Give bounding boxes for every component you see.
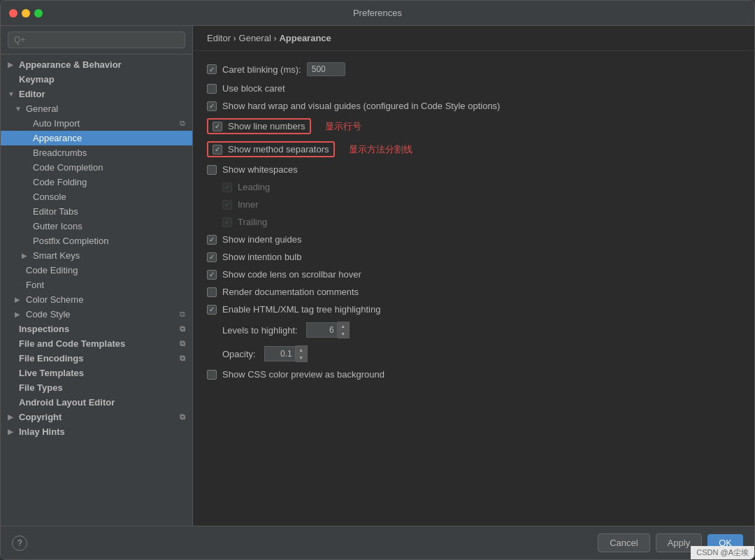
sidebar-item-editor-tabs[interactable]: Editor Tabs <box>1 204 192 219</box>
copy-icon: ⧉ <box>180 354 185 363</box>
sidebar-item-general[interactable]: ▼ General <box>1 101 192 116</box>
sidebar-item-color-scheme[interactable]: ▶ Color Scheme <box>1 292 192 307</box>
close-button[interactable] <box>9 9 17 17</box>
show-css-color-label[interactable]: Show CSS color preview as background <box>207 369 384 380</box>
levels-down-button[interactable]: ▼ <box>338 330 349 338</box>
sidebar-label: Keymap <box>19 74 55 85</box>
leading-label[interactable]: Leading <box>222 182 270 192</box>
opacity-down-button[interactable]: ▼ <box>296 354 307 361</box>
enable-html-xml-row: Enable HTML/XML tag tree highlighting <box>207 304 740 315</box>
sidebar-item-live-templates[interactable]: Live Templates <box>1 366 192 380</box>
leading-checkbox[interactable] <box>222 182 232 192</box>
sidebar-item-breadcrumbs[interactable]: Breadcrumbs <box>1 145 192 160</box>
show-indent-guides-checkbox[interactable] <box>207 235 217 245</box>
show-hard-wrap-text: Show hard wrap and visual guides (config… <box>222 101 500 111</box>
breadcrumb-editor: Editor <box>207 33 231 43</box>
caret-blinking-input[interactable] <box>307 62 345 76</box>
arrow-icon: ▶ <box>15 296 23 303</box>
inner-checkbox[interactable] <box>222 200 232 210</box>
sidebar-item-auto-import[interactable]: Auto Import ⧉ <box>1 116 192 131</box>
maximize-button[interactable] <box>34 9 43 17</box>
show-intention-bulb-text: Show intention bulb <box>222 252 301 262</box>
use-block-caret-label[interactable]: Use block caret <box>207 83 285 94</box>
show-method-separators-checkbox[interactable] <box>213 145 222 155</box>
show-indent-guides-label[interactable]: Show indent guides <box>207 234 301 245</box>
show-whitespaces-row: Show whitespaces <box>207 164 740 175</box>
show-code-lens-checkbox[interactable] <box>207 270 217 280</box>
sidebar-item-android-layout-editor[interactable]: Android Layout Editor <box>1 395 192 410</box>
inner-text: Inner <box>238 199 259 210</box>
show-whitespaces-checkbox[interactable] <box>207 165 217 175</box>
sidebar-item-code-folding[interactable]: Code Folding <box>1 175 192 189</box>
levels-input[interactable] <box>306 322 338 338</box>
help-button[interactable]: ? <box>12 536 27 551</box>
sidebar-item-code-editing[interactable]: Code Editing <box>1 263 192 278</box>
sidebar-label: Copyright <box>19 412 62 422</box>
sidebar-item-file-types[interactable]: File Types <box>1 380 192 395</box>
minimize-button[interactable] <box>22 9 30 17</box>
sidebar-item-appearance[interactable]: Appearance <box>1 131 192 145</box>
sidebar-item-file-encodings[interactable]: File Encodings ⧉ <box>1 351 192 366</box>
show-css-color-checkbox[interactable] <box>207 370 217 380</box>
caret-blinking-label[interactable]: Caret blinking (ms): <box>207 64 301 75</box>
enable-html-xml-label[interactable]: Enable HTML/XML tag tree highlighting <box>207 304 380 315</box>
show-hard-wrap-label[interactable]: Show hard wrap and visual guides (config… <box>207 101 500 111</box>
caret-blinking-checkbox[interactable] <box>207 64 217 74</box>
sidebar-label: File Types <box>19 382 63 393</box>
render-doc-comments-checkbox[interactable] <box>207 287 217 297</box>
caret-blinking-text: Caret blinking (ms): <box>222 64 301 75</box>
sidebar-label: Auto Import <box>33 118 80 129</box>
sidebar-item-postfix-completion[interactable]: Postfix Completion <box>1 234 192 248</box>
sidebar-item-keymap[interactable]: Keymap <box>1 72 192 87</box>
show-hard-wrap-row: Show hard wrap and visual guides (config… <box>207 101 740 111</box>
render-doc-comments-label[interactable]: Render documentation comments <box>207 287 359 297</box>
show-code-lens-row: Show code lens on scrollbar hover <box>207 269 740 280</box>
annotation-separators: 显示方法分割线 <box>349 143 412 156</box>
use-block-caret-checkbox[interactable] <box>207 84 217 94</box>
trailing-checkbox[interactable] <box>222 217 232 227</box>
arrow-icon: ▶ <box>15 310 23 318</box>
show-method-separators-highlight: Show method separators <box>207 141 335 157</box>
sidebar-item-file-code-templates[interactable]: File and Code Templates ⧉ <box>1 336 192 351</box>
sidebar-item-smart-keys[interactable]: ▶ Smart Keys <box>1 248 192 263</box>
preferences-window: Preferences ▶ Appearance & Behavior Keym… <box>0 0 755 560</box>
show-method-separators-text: Show method separators <box>228 144 329 155</box>
sidebar-item-gutter-icons[interactable]: Gutter Icons <box>1 219 192 234</box>
levels-up-button[interactable]: ▲ <box>338 322 349 330</box>
sidebar-item-appearance-behavior[interactable]: ▶ Appearance & Behavior <box>1 57 192 72</box>
show-intention-bulb-checkbox[interactable] <box>207 252 217 262</box>
sidebar-item-code-style[interactable]: ▶ Code Style ⧉ <box>1 307 192 322</box>
show-whitespaces-label[interactable]: Show whitespaces <box>207 164 298 175</box>
show-hard-wrap-checkbox[interactable] <box>207 101 217 111</box>
show-intention-bulb-label[interactable]: Show intention bulb <box>207 252 301 262</box>
sidebar-label: Postfix Completion <box>33 236 108 246</box>
opacity-input[interactable] <box>264 346 296 361</box>
sidebar-item-inlay-hints[interactable]: ▶ Inlay Hints <box>1 424 192 439</box>
caret-blinking-row: Caret blinking (ms): <box>207 62 740 76</box>
sidebar-item-console[interactable]: Console <box>1 189 192 204</box>
sidebar-item-editor[interactable]: ▼ Editor <box>1 87 192 101</box>
use-block-caret-row: Use block caret <box>207 83 740 94</box>
arrow-icon: ▼ <box>15 105 23 113</box>
sidebar-label: Console <box>33 192 66 202</box>
sidebar-label: Editor <box>19 89 45 99</box>
enable-html-xml-checkbox[interactable] <box>207 305 217 315</box>
breadcrumb-current: Appearance <box>279 33 331 43</box>
annotation-line-numbers: 显示行号 <box>325 120 361 133</box>
show-line-numbers-checkbox[interactable] <box>213 122 222 131</box>
sidebar-label: Editor Tabs <box>33 206 78 217</box>
show-css-color-row: Show CSS color preview as background <box>207 369 740 380</box>
sidebar-label: Appearance <box>33 133 82 143</box>
opacity-up-button[interactable]: ▲ <box>296 346 307 354</box>
sidebar-item-inspections[interactable]: Inspections ⧉ <box>1 322 192 336</box>
trailing-label[interactable]: Trailing <box>222 217 267 227</box>
inner-label[interactable]: Inner <box>222 199 259 210</box>
sidebar-item-font[interactable]: Font <box>1 278 192 292</box>
sidebar-item-code-completion[interactable]: Code Completion <box>1 160 192 175</box>
show-code-lens-label[interactable]: Show code lens on scrollbar hover <box>207 269 361 280</box>
sidebar-item-copyright[interactable]: ▶ Copyright ⧉ <box>1 410 192 424</box>
levels-row: Levels to highlight: ▲ ▼ <box>222 322 740 338</box>
copy-icon: ⧉ <box>180 310 185 319</box>
search-input[interactable] <box>8 31 185 48</box>
cancel-button[interactable]: Cancel <box>598 533 649 552</box>
